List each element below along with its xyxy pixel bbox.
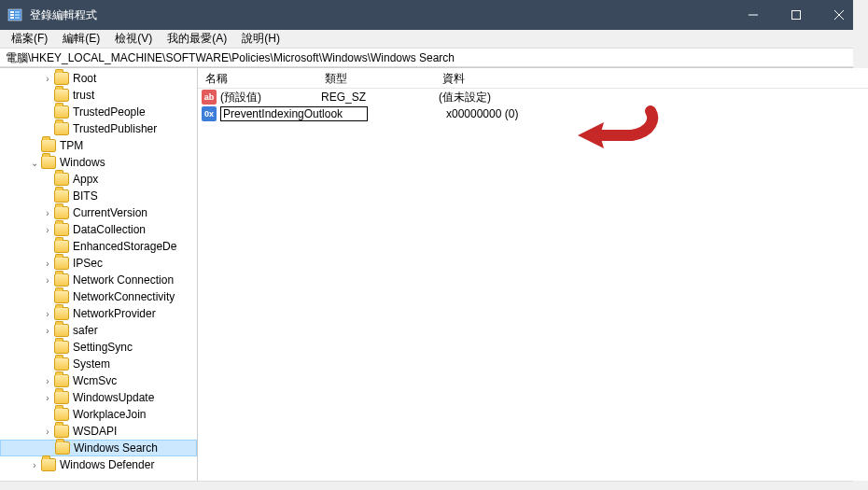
tree-item-networkprovider[interactable]: ›NetworkProvider (0, 305, 197, 322)
value-data: x00000000 (0) (371, 106, 522, 121)
svg-rect-5 (15, 14, 20, 16)
tree-item-wsdapi[interactable]: ›WSDAPI (0, 423, 197, 440)
chevron-right-icon[interactable]: › (41, 427, 54, 437)
menubar: 檔案(F) 編輯(E) 檢視(V) 我的最愛(A) 說明(H) (0, 30, 868, 49)
tree-item-networkconnectivity[interactable]: ›NetworkConnectivity (0, 288, 197, 305)
svg-rect-4 (15, 11, 20, 13)
tree-panel[interactable]: ›Root ›trust ›TrustedPeople ›TrustedPubl… (0, 68, 198, 481)
address-bar[interactable]: 電腦\HKEY_LOCAL_MACHINE\SOFTWARE\Policies\… (0, 49, 868, 67)
folder-icon (54, 122, 69, 135)
tree-item-datacollection[interactable]: ›DataCollection (0, 221, 197, 238)
tree-item-workplacejoin[interactable]: ›WorkplaceJoin (0, 406, 197, 423)
tree-item-windowssearch[interactable]: ›Windows Search (0, 440, 197, 456)
folder-icon (54, 206, 69, 219)
statusbar (0, 481, 868, 490)
menu-view[interactable]: 檢視(V) (107, 29, 160, 49)
chevron-right-icon[interactable]: › (41, 259, 54, 269)
column-type[interactable]: 類型 (317, 68, 435, 88)
svg-rect-1 (10, 11, 14, 13)
folder-icon (54, 324, 69, 337)
folder-icon (41, 156, 56, 169)
chevron-right-icon[interactable]: › (41, 309, 54, 319)
chevron-right-icon[interactable]: › (41, 376, 54, 386)
tree-item-bits[interactable]: ›BITS (0, 188, 197, 204)
tree-item-wcmsvc[interactable]: ›WcmSvc (0, 372, 197, 389)
folder-icon (54, 105, 69, 119)
tree-item-system[interactable]: ›System (0, 356, 197, 372)
chevron-right-icon[interactable]: › (41, 208, 54, 218)
tree-item-trustedpublisher[interactable]: ›TrustedPublisher (0, 120, 197, 137)
tree-item-root[interactable]: ›Root (0, 70, 197, 87)
chevron-down-icon[interactable]: ⌄ (28, 158, 41, 168)
chevron-right-icon[interactable]: › (41, 225, 54, 235)
folder-icon (41, 458, 56, 471)
value-data: (值未設定) (435, 89, 868, 106)
folder-icon (54, 391, 69, 404)
chevron-right-icon[interactable]: › (41, 326, 54, 336)
tree-item-appx[interactable]: ›Appx (0, 171, 197, 188)
folder-icon (54, 273, 69, 287)
chevron-right-icon[interactable]: › (41, 74, 54, 84)
tree-item-windows[interactable]: ⌄Windows (0, 154, 197, 171)
menu-help[interactable]: 說明(H) (234, 29, 287, 49)
folder-icon (54, 408, 69, 421)
folder-icon (54, 189, 69, 203)
tree-item-safer[interactable]: ›safer (0, 322, 197, 339)
menu-favorites[interactable]: 我的最愛(A) (160, 29, 234, 49)
maximize-button[interactable] (775, 0, 818, 30)
column-data[interactable]: 資料 (435, 68, 868, 88)
svg-rect-3 (10, 17, 14, 19)
minimize-button[interactable] (732, 0, 775, 30)
folder-icon (55, 441, 70, 455)
chevron-right-icon[interactable]: › (41, 393, 54, 403)
folder-icon (54, 72, 69, 85)
regsz-icon: ab (202, 90, 217, 105)
column-name[interactable]: 名稱 (198, 68, 317, 88)
folder-icon (54, 357, 69, 371)
tree-item-currentversion[interactable]: ›CurrentVersion (0, 204, 197, 221)
list-row[interactable]: ab(預設值) REG_SZ (值未設定) (198, 89, 868, 105)
folder-icon (54, 341, 69, 354)
tree-item-tpm[interactable]: ›TPM (0, 137, 197, 154)
tree-item-trustedpeople[interactable]: ›TrustedPeople (0, 104, 197, 120)
value-name: (預設值) (220, 90, 261, 105)
value-type: REG_SZ (317, 90, 435, 105)
folder-icon (54, 89, 69, 102)
svg-rect-8 (792, 11, 801, 20)
tree-item-windowsdefender[interactable]: ›Windows Defender (0, 456, 197, 473)
window-controls (732, 0, 861, 30)
folder-icon (54, 290, 69, 303)
chevron-right-icon[interactable]: › (41, 275, 54, 286)
list-row-editing[interactable]: 0x x00000000 (0) (198, 105, 868, 122)
folder-icon (54, 173, 69, 186)
folder-icon (54, 425, 69, 438)
tree-item-enhancedstorage[interactable]: ›EnhancedStorageDe (0, 238, 197, 255)
folder-icon (54, 240, 69, 253)
tree-item-windowsupdate[interactable]: ›WindowsUpdate (0, 389, 197, 406)
window-title: 登錄編輯程式 (30, 7, 732, 23)
folder-icon (41, 139, 56, 152)
dword-icon: 0x (202, 106, 217, 121)
content-area: ›Root ›trust ›TrustedPeople ›TrustedPubl… (0, 67, 868, 481)
list-header: 名稱 類型 資料 (198, 68, 868, 89)
menu-file[interactable]: 檔案(F) (4, 29, 55, 49)
folder-icon (54, 223, 69, 236)
svg-rect-6 (15, 17, 20, 19)
tree-item-settingsync[interactable]: ›SettingSync (0, 339, 197, 356)
titlebar: 登錄編輯程式 (0, 0, 868, 30)
regedit-icon (7, 7, 22, 22)
value-name-input[interactable] (220, 106, 368, 121)
tree-item-ipsec[interactable]: ›IPSec (0, 255, 197, 272)
svg-rect-2 (10, 14, 14, 16)
chevron-right-icon[interactable]: › (28, 460, 41, 470)
tree-item-networkconnections[interactable]: ›Network Connection (0, 272, 197, 288)
folder-icon (54, 257, 69, 270)
folder-icon (54, 374, 69, 387)
menu-edit[interactable]: 編輯(E) (55, 29, 107, 49)
values-list[interactable]: 名稱 類型 資料 ab(預設值) REG_SZ (值未設定) 0x x00000… (198, 68, 868, 481)
tree-item-trust[interactable]: ›trust (0, 87, 197, 104)
folder-icon (54, 307, 69, 320)
